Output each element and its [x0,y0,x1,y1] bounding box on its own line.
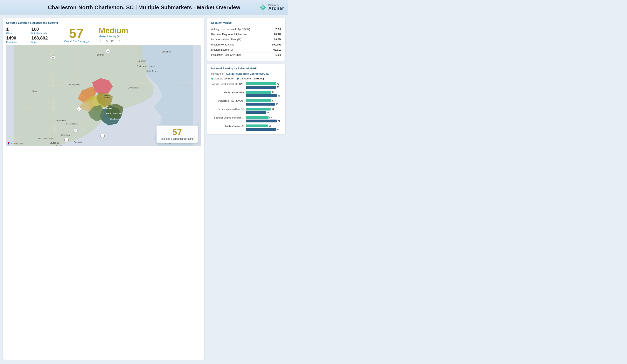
bar-group-3: Income spent on Rent (%) 60 48 [211,108,281,114]
stat-properties: 1490 Properties [6,36,16,43]
lv-row-5: Population Total (2yr Chg) 1.8% [211,52,281,57]
bar-teal-4 [246,116,268,119]
more-icon[interactable]: ··· [122,39,126,43]
toolbar-icons: ☆ ⧉ ⊟ ⛶ ··· [99,39,126,43]
market-intensity-label: Market Intensity ? [99,35,120,38]
bar-row-selected-5: 53 [246,125,281,127]
legend-row: Selected Locations Comparison City Ratin… [211,77,281,80]
lv-label-0: Asking Rent Forecast (3yr CAGR) [211,28,250,31]
overall-rating-info-icon[interactable]: ? [86,40,89,43]
bar-teal-0 [246,82,276,85]
lv-value-3: 350,092 [272,43,281,46]
header: Charleston-North Charleston, SC | Multip… [0,0,288,15]
bar-label-5: Median Income ($) [211,125,244,127]
overlay-rating-number: 57 [161,128,194,137]
bar-dark-4 [246,120,277,122]
lv-row-2: Income spent on Rent (%) 29.7% [211,37,281,42]
bar-dark-2 [246,103,275,106]
bars-col-3: 60 48 [246,108,281,114]
legend-selected-dot [211,78,213,80]
bing-text-label: Microsoft Bing [11,142,23,144]
stat-cities: 1 Cities [6,27,16,34]
bar-label-3: Income spent on Rent (%) [211,108,244,110]
left-panel: Selected Location Statistics and Scoring… [3,18,204,360]
bar-teal-1 [246,91,271,94]
lv-label-1: Bachelor Degree or Higher (%) [211,33,247,36]
stat-properties-label: Properties [6,41,16,43]
lv-row-0: Asking Rent Forecast (3yr CAGR) 2.6% [211,27,281,32]
bar-group-5: Median Income ($) 53 73 [211,125,281,131]
lv-row-3: Median Home Value 350,092 [211,42,281,47]
lv-label-3: Median Home Value [211,43,234,46]
svg-text:Georgetown: Georgetown [128,87,139,89]
bar-row-selected-4: 55 [246,116,281,119]
bars-col-2: 62 71 [246,99,281,106]
svg-text:95: 95 [107,50,109,52]
market-intensity-info-icon[interactable]: ? [117,35,120,38]
bar-row-selected-3: 60 [246,108,281,110]
svg-text:Walterboro: Walterboro [56,120,66,122]
svg-text:16: 16 [66,139,67,141]
lv-value-2: 29.7% [274,38,281,41]
left-panel-title: Selected Location Statistics and Scoring [6,21,201,24]
stats-row: 1 Cities 160 Neighborhoods 1490 Properti… [6,27,201,43]
location-values-title: Location Values [211,21,281,24]
legend-comparison: Comparison City Rating [237,77,264,80]
bar-dark-3 [246,111,266,114]
overlay-rating-label: Selected Submarket(s) Rating [161,137,194,140]
legend-selected-label: Selected Locations [214,77,233,80]
svg-text:Conway: Conway [138,60,146,62]
copy-icon[interactable]: ⧉ [104,39,109,43]
filter-icon[interactable]: ⊟ [110,39,114,43]
location-values-table: Asking Rent Forecast (3yr CAGR) 2.6% Bac… [211,27,281,57]
bar-row-comparison-0: 73 [246,86,281,89]
overall-rating-block: 57 Overall City Rating ? [64,27,89,43]
legend-comparison-label: Comparison City Rating [240,77,264,80]
lv-row-1: Bachelor Degree or Higher (%) 28.9% [211,32,281,37]
svg-text:Corner: Corner [104,97,110,99]
bar-dark-1 [246,94,277,97]
svg-text:North Myrtle Beach: North Myrtle Beach [137,65,155,67]
bing-squares-icon [8,142,10,144]
bar-group-1: Median Home Value 62 85 [211,91,281,97]
svg-marker-1 [261,5,264,9]
bar-value-selected-3: 60 [271,108,275,110]
svg-text:95: 95 [102,135,104,137]
national-ranking-title: National Ranking by Selected Metric [211,67,281,70]
lv-value-1: 28.9% [274,33,281,36]
map-copyright: © 2022 Tor... [163,143,172,144]
bar-value-selected-2: 62 [272,100,276,102]
bar-value-comparison-0: 73 [277,86,280,89]
stat-cities-number: 1 [6,27,16,32]
bar-label-1: Median Home Value [211,91,244,94]
bar-label-2: Population Total (2yr Chg) [211,99,244,102]
svg-text:Moncks: Moncks [104,95,110,97]
stat-neighborhoods-number: 160 [31,27,48,32]
location-values-card: Location Values Asking Rent Forecast (3y… [207,18,285,61]
svg-text:Goose Creek: Goose Creek [101,107,113,109]
bar-label-0: Asking Rent Forecast (3yr CA... [211,82,244,85]
svg-text:Beaufort: Beaufort [74,141,82,143]
stat-neighborhoods: 160 Neighborhoods [31,27,48,34]
bar-value-comparison-1: 85 [278,95,281,97]
archer-name-label: Archer [268,6,284,11]
expand-icon[interactable]: ⛶ [116,39,120,43]
lv-row-4: Median Income ($) 63,910 [211,47,281,52]
svg-text:Long Bay: Long Bay [162,51,171,53]
bar-value-selected-0: 73 [277,83,280,85]
svg-text:20: 20 [52,57,54,59]
star-icon[interactable]: ☆ [99,39,103,43]
legend-selected: Selected Locations [211,77,233,80]
market-intensity-block: Medium Market Intensity ? ☆ ⧉ ⊟ ⛶ ··· [99,27,128,43]
bar-value-comparison-5: 73 [277,128,280,131]
svg-text:North Charleston: North Charleston [106,113,121,115]
compare-city-chevron[interactable]: ▾ [270,73,271,75]
archer-text: Powered by Archer [268,4,284,11]
stat-cities-label: Cities [6,32,16,34]
svg-text:Aiken: Aiken [32,90,38,92]
bar-label-4: Bachelor Degree or Higher (... [211,116,244,119]
bing-logo: Microsoft Bing [8,142,23,144]
svg-text:Orangeburg: Orangeburg [69,84,80,86]
main-content: Selected Location Statistics and Scoring… [0,15,288,363]
bar-row-comparison-3: 48 [246,111,281,114]
